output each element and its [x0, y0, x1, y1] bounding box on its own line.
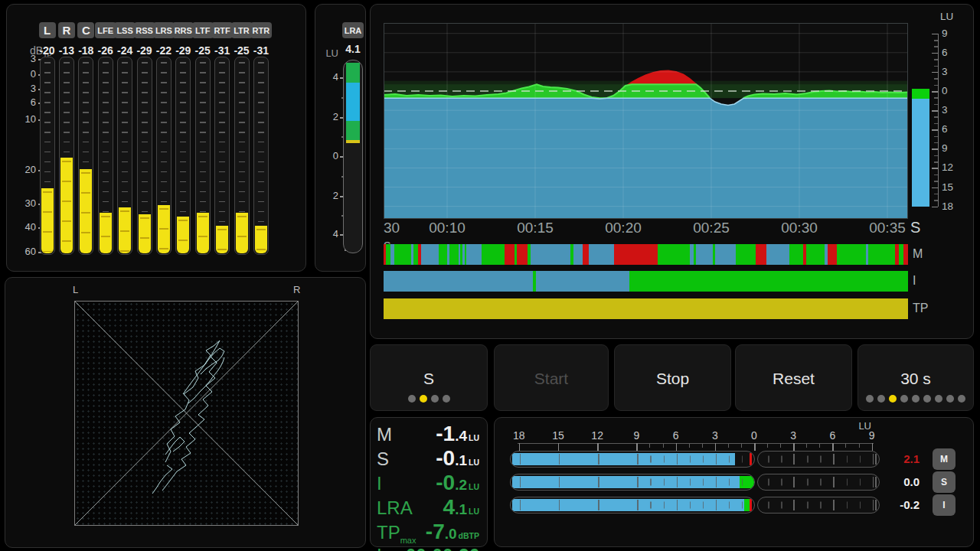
history-axis-label: 12 — [942, 161, 953, 173]
strip-segment — [505, 244, 514, 265]
pill-minor-tick — [807, 502, 808, 509]
button-label: S — [371, 370, 487, 388]
history-axis-tick — [932, 187, 938, 189]
meter-scale-label: 30 — [10, 197, 36, 209]
strip-segment — [789, 244, 803, 265]
channel-meter-bar-R — [60, 158, 73, 254]
button-30s[interactable]: 30 s — [858, 344, 974, 411]
channel-badge-LTR: LTR — [231, 22, 253, 38]
button-stop[interactable]: Stop — [614, 344, 731, 411]
button-label: Start — [495, 370, 608, 388]
loudness-history-chart — [384, 23, 908, 219]
summary-scale-label: 15 — [547, 429, 570, 442]
summary-scale-label: 9 — [861, 429, 884, 442]
page-dot — [877, 395, 885, 403]
history-axis-minor-tick — [934, 155, 938, 157]
readout-value-unit: LU — [469, 482, 479, 491]
channel-meter-C — [78, 57, 93, 255]
strip-segment — [837, 244, 866, 265]
pill-minor-tick — [742, 502, 743, 509]
pill-minor-tick — [664, 502, 665, 509]
summary-scale-minor-tick — [780, 443, 781, 448]
channel-meter-LFE — [98, 57, 113, 255]
summary-scale-tick — [676, 443, 678, 451]
summary-scale-minor-tick — [806, 443, 807, 448]
channel-meter-bar-L — [41, 188, 54, 253]
pill-minor-tick — [781, 456, 782, 463]
page-dot — [946, 395, 954, 403]
lra-meter — [343, 60, 363, 253]
channel-meter-bar-LSS — [119, 207, 131, 253]
lra-meter-segment-green — [346, 121, 360, 140]
meter-scale-label: 3 — [10, 83, 36, 94]
summary-badge-M[interactable]: M — [933, 448, 956, 470]
button-start[interactable]: Start — [494, 344, 609, 411]
pill-minor-tick — [768, 502, 769, 509]
strip-segment — [517, 244, 528, 265]
summary-scale-tick — [754, 443, 756, 451]
channel-badge-LRS: LRS — [153, 22, 175, 38]
strip-segment — [384, 271, 533, 292]
button-label: 30 s — [858, 370, 973, 388]
history-axis-label: 9 — [942, 142, 948, 154]
pill-minor-tick — [781, 479, 782, 486]
fill-blue — [512, 476, 740, 488]
page-dot — [443, 395, 450, 403]
summary-scale-tick — [636, 443, 638, 451]
strip-segment — [482, 244, 505, 265]
readouts-panel: M-1.4LUS-0.1LUI-0.2LULRA4.1LUTPmax-7.0dB… — [370, 417, 488, 547]
pill-tick — [833, 454, 835, 465]
summary-scale-minor-tick — [728, 443, 729, 448]
history-axis-label: 0 — [942, 85, 948, 96]
current-bar-blue — [912, 99, 929, 207]
readout-value-main: -1 — [436, 422, 455, 445]
pill-tick — [598, 500, 599, 510]
lra-scale-label: 0 — [312, 150, 338, 161]
pill-minor-tick — [729, 479, 730, 486]
channel-meter-bar-RTF — [216, 226, 228, 253]
strip-segment — [536, 271, 629, 292]
strip-segment — [384, 298, 908, 319]
channel-meter-bar-LTR — [236, 213, 248, 253]
history-axis-minor-tick — [934, 142, 938, 144]
summary-value-I: -0.2 — [874, 498, 920, 511]
pill-minor-tick — [690, 456, 691, 463]
readout-row-i: I-0.2LU — [371, 471, 487, 495]
readout-row-tpmax: TPmax-7.0dBTP — [371, 520, 487, 545]
strip-segment — [766, 244, 789, 265]
history-axis-minor-tick — [934, 78, 938, 80]
strip-segment — [394, 244, 411, 265]
goniometer-trace-svg — [75, 302, 298, 525]
meter-pill-right-M — [757, 451, 880, 468]
pill-tick — [793, 454, 795, 465]
summary-scale-label: 0 — [743, 429, 766, 442]
strip-segment — [658, 244, 690, 265]
pill-tick — [793, 500, 795, 510]
channel-meter-LRS — [156, 57, 172, 255]
channel-meter-L — [40, 57, 55, 255]
history-axis-unit: LU — [940, 11, 953, 22]
summary-badge-I[interactable]: I — [933, 494, 956, 516]
readout-value-decimal: .1 — [455, 501, 467, 517]
history-strip-label: M — [913, 247, 923, 261]
page-dot — [923, 395, 931, 403]
summary-scale-minor-tick — [689, 443, 690, 448]
meter-scale-label: 6 — [10, 96, 36, 108]
readout-value: -0.2LU — [436, 471, 479, 495]
pill-minor-tick — [703, 456, 704, 463]
pill-tick — [637, 454, 639, 465]
button-reset[interactable]: Reset — [735, 344, 852, 411]
readout-row-itime: Itime00:00:36 — [371, 545, 487, 551]
strip-segment — [756, 244, 766, 265]
page-dot — [912, 395, 920, 403]
history-chart-svg — [384, 23, 908, 219]
history-axis-label: 6 — [942, 123, 948, 135]
history-axis-minor-tick — [934, 194, 938, 195]
page-dot — [866, 395, 874, 403]
channel-meter-bar-LRS — [158, 205, 170, 253]
button-s[interactable]: S — [370, 344, 488, 411]
history-series-label: S — [910, 219, 920, 236]
readout-label: S — [377, 448, 389, 470]
summary-badge-S[interactable]: S — [933, 471, 956, 493]
loudness-history-panel: LU 9630369121518 30 s00:1000:1500:2000:2… — [370, 4, 974, 339]
